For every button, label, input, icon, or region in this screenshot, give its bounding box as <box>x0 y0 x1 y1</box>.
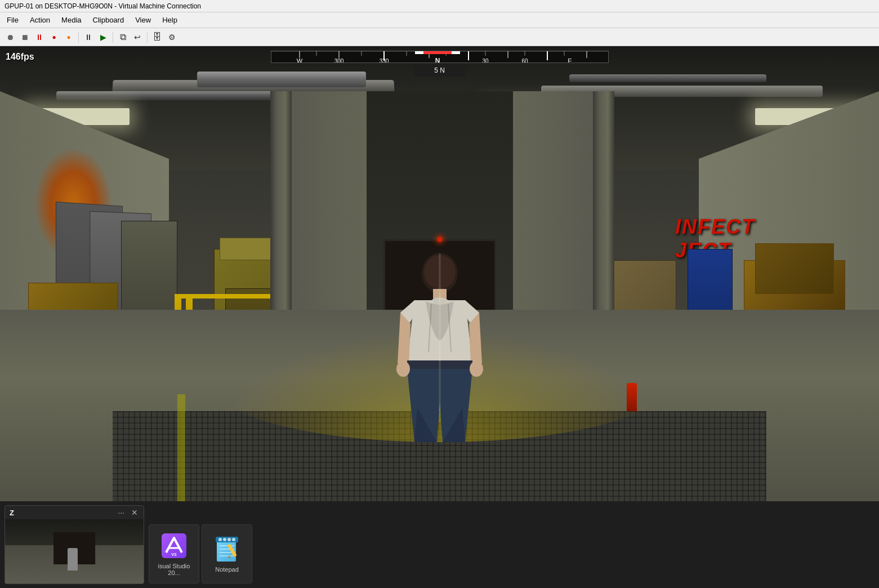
compass-hud: W 300 330 N 30 60 E 5 N <box>271 51 609 77</box>
game-scene: INFECTJECT <box>0 46 879 535</box>
menu-bar: File Action Media Clipboard View Help <box>0 12 879 28</box>
taskbar-card-header-buttons: ··· ✕ <box>117 508 139 517</box>
taskbar: Z ··· ✕ <box>0 501 879 588</box>
door-center-line <box>439 253 440 422</box>
taskbar-apps: VS isual Studio 20... <box>149 501 257 588</box>
stop-icon[interactable]: ⏹ <box>18 30 32 44</box>
vs-svg: VS <box>162 533 186 558</box>
svg-point-39 <box>232 538 235 541</box>
orange-icon[interactable]: ● <box>62 30 75 44</box>
visual-studio-icon: VS <box>160 532 188 559</box>
svg-point-36 <box>218 538 222 541</box>
revert-icon[interactable]: ↩ <box>131 30 144 44</box>
fps-counter: 146fps <box>6 52 34 62</box>
taskbar-card[interactable]: Z ··· ✕ <box>5 505 144 584</box>
svg-text:N: N <box>435 57 440 63</box>
svg-text:VS: VS <box>171 553 177 556</box>
svg-text:E: E <box>568 57 572 63</box>
toolbar-separator-1 <box>78 32 79 43</box>
notepad-label: Notepad <box>215 566 239 573</box>
notepad-app[interactable]: Notepad <box>202 524 252 583</box>
play-icon[interactable]: ▶ <box>96 30 110 44</box>
window-title: GPUP-01 on DESKTOP-MHG9O0N - Virtual Mac… <box>5 2 201 10</box>
settings-icon[interactable]: ⚙ <box>165 30 179 44</box>
svg-point-38 <box>227 538 231 541</box>
game-viewport[interactable]: INFECTJECT <box>0 46 879 535</box>
svg-text:30: 30 <box>482 58 489 63</box>
record-icon[interactable]: ⏺ <box>3 30 17 44</box>
crate-right-2 <box>755 243 834 294</box>
svg-rect-30 <box>423 51 452 54</box>
svg-text:60: 60 <box>521 58 528 63</box>
toolbar-separator-2 <box>113 32 113 43</box>
svg-text:330: 330 <box>379 58 389 63</box>
menu-clipboard[interactable]: Clipboard <box>88 14 129 26</box>
stop-red-icon[interactable]: ● <box>47 30 61 44</box>
taskbar-card-title: Z <box>10 509 15 517</box>
toolbar: ⏺ ⏹ ⏸ ● ● ⏸ ▶ ⧉ ↩ 🗄 ⚙ <box>0 28 879 46</box>
svg-point-4 <box>396 361 410 377</box>
pause-red-icon[interactable]: ⏸ <box>33 30 46 44</box>
fire-extinguisher <box>627 383 637 411</box>
visual-studio-label: isual Studio 20... <box>151 563 197 576</box>
compass-svg: W 300 330 N 30 60 E <box>271 51 609 63</box>
taskbar-card-thumbnail <box>5 519 144 583</box>
taskbar-card-close-button[interactable]: ✕ <box>130 508 139 517</box>
title-bar: GPUP-01 on DESKTOP-MHG9O0N - Virtual Mac… <box>0 0 879 12</box>
compass-bar: W 300 330 N 30 60 E <box>271 51 609 63</box>
svg-point-5 <box>470 361 483 377</box>
notepad-svg <box>215 536 239 563</box>
taskbar-card-dots-button[interactable]: ··· <box>117 508 126 517</box>
card-scene <box>5 519 144 583</box>
snapshot-icon[interactable]: 🗄 <box>150 30 164 44</box>
svg-point-37 <box>223 538 226 541</box>
pipe-2 <box>56 91 282 100</box>
pause-icon[interactable]: ⏸ <box>82 30 95 44</box>
menu-help[interactable]: Help <box>158 14 182 26</box>
menu-view[interactable]: View <box>131 14 155 26</box>
door-light <box>437 237 443 242</box>
taskbar-card-header: Z ··· ✕ <box>5 506 144 519</box>
compass-direction: 5 N <box>414 64 465 77</box>
svg-text:W: W <box>296 57 302 63</box>
yellow-rail-horizontal <box>175 294 276 299</box>
svg-text:300: 300 <box>334 58 343 63</box>
menu-file[interactable]: File <box>2 14 23 26</box>
notepad-icon <box>213 536 240 563</box>
toolbar-separator-3 <box>147 32 148 43</box>
copy-icon[interactable]: ⧉ <box>116 30 130 44</box>
menu-media[interactable]: Media <box>57 14 86 26</box>
menu-action[interactable]: Action <box>25 14 55 26</box>
visual-studio-app[interactable]: VS isual Studio 20... <box>149 524 199 583</box>
